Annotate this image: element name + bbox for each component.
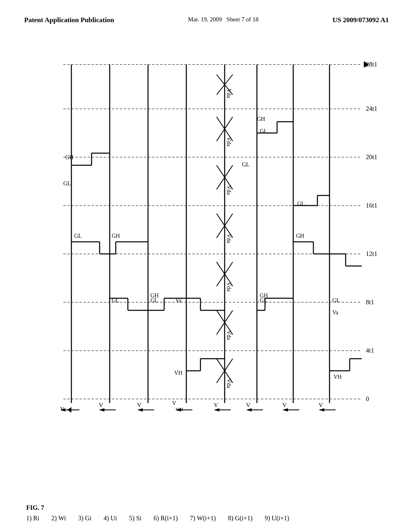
gl-label-8: GL [332, 297, 340, 303]
vda-label-5: Vda [226, 185, 232, 195]
v-label-5: V [214, 402, 218, 408]
page: Patent Application Publication Mar. 19, … [0, 0, 413, 532]
y-label-16t1: 16t1 [366, 202, 377, 209]
legend-item-7: 7) W(i+1) [190, 515, 216, 522]
v-label-7: V [282, 402, 287, 408]
gh-label-6: GH [260, 293, 268, 299]
arrowhead-left-5 [214, 408, 219, 411]
legend-item-5: 5) Si [129, 515, 142, 522]
gh-label-1: GH [65, 154, 73, 160]
figure-label: FIG. 7 1) Ri 2) Wi 3) Gi 4) Ui 5) Si 6) … [26, 504, 289, 522]
vda-label-6: Vda [226, 137, 232, 147]
gh-label-3: GH [150, 293, 159, 299]
y-label-4t1: 4t1 [366, 347, 374, 354]
publication-label: Patent Application Publication [24, 16, 114, 24]
patent-number-label: US 2009/073092 A1 [332, 16, 389, 24]
page-header: Patent Application Publication Mar. 19, … [0, 0, 413, 24]
legend-item-3: 3) Gi [78, 515, 91, 522]
date-sheet-label: Mar. 19, 2009 Sheet 7 of 18 [188, 16, 259, 23]
v-label-2: V [99, 402, 103, 408]
gl-label-1a: GL [63, 181, 71, 187]
arrowhead-left-8 [319, 408, 324, 411]
vh-label-4: VH [174, 370, 182, 376]
y-label-24t1: 24t1 [366, 105, 377, 112]
legend-item-8: 8) G(i+1) [228, 515, 252, 522]
vda-label-3: Vda [226, 282, 232, 292]
vda-label-7: Vda [226, 89, 232, 98]
vda-label-2: Vda [226, 330, 232, 340]
v-vh-label-4: V [172, 400, 176, 406]
v-label-3: V [137, 402, 142, 408]
y-label-20t1: 20t1 [366, 154, 377, 160]
vda-label-4: Vda [226, 234, 232, 243]
legend-item-9: 9) U(i+1) [265, 515, 289, 522]
legend-item-2: 2) Wi [51, 515, 66, 522]
arrowhead-left-2 [99, 408, 104, 411]
vh-label-8: VH [334, 374, 342, 380]
legend-item-6: 6) R(i+1) [154, 515, 178, 522]
gh-label-6b: GH [257, 116, 265, 122]
gh-label-7: GH [296, 233, 304, 239]
y-label-12t1: 12t1 [366, 250, 377, 257]
arrowhead-left-6 [246, 408, 252, 411]
legend-item-4: 4) Ui [104, 515, 117, 522]
gl-label-1b: GL [74, 233, 82, 239]
gh-label-2: GH [112, 233, 120, 239]
diagram-area: 0 4t1 8t1 12t1 16t1 20t1 24t1 28t1 V [24, 52, 389, 484]
arrowhead-left-3 [137, 408, 143, 411]
y-label-0: 0 [366, 395, 369, 402]
v-label-8: V [319, 402, 323, 408]
gl-label-5: GL [242, 162, 250, 168]
va-label-4: Va [175, 297, 182, 303]
va-label-8: Va [332, 310, 339, 316]
arrowhead-left-7 [282, 408, 288, 411]
vh-sub-label-4: VH [175, 406, 183, 412]
v-label-6: V [246, 402, 250, 408]
legend-item-1: 1) Ri [26, 515, 39, 522]
vda-label-1: Vda [226, 379, 232, 389]
y-label-8t1: 8t1 [366, 299, 374, 305]
timing-diagram-svg: 0 4t1 8t1 12t1 16t1 20t1 24t1 28t1 V [24, 52, 389, 484]
